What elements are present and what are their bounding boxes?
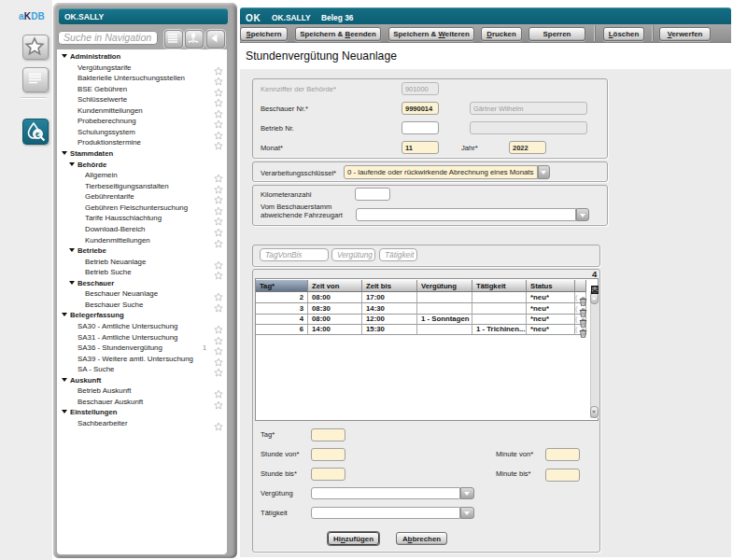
svg-text:€: € — [35, 131, 40, 139]
